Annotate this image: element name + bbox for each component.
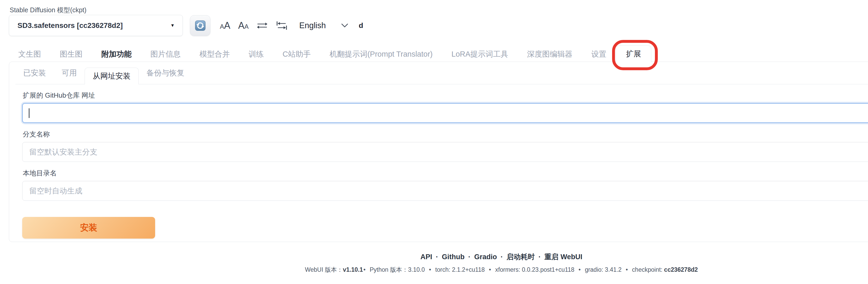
small-a-glyph: A (244, 24, 249, 30)
tab-png-info[interactable]: 图片信息 (141, 46, 190, 62)
version-segment: • (579, 266, 581, 273)
footer-link-github[interactable]: Github (442, 253, 465, 261)
font-size-increase-button[interactable]: AA (238, 21, 249, 30)
version-segment: checkpoint: (632, 266, 664, 273)
language-value: English (299, 21, 326, 30)
language-select[interactable]: English (299, 21, 348, 30)
branch-name-input[interactable] (22, 142, 868, 162)
footer-separator: · (538, 253, 541, 261)
tab-depth-editor[interactable]: 深度图编辑器 (518, 46, 582, 62)
small-a-glyph: A (220, 24, 224, 30)
large-a-glyph: A (224, 21, 230, 30)
font-size-decrease-button[interactable]: AA (220, 21, 230, 30)
footer-link-api[interactable]: API (421, 253, 432, 261)
tab-switch-icon[interactable] (276, 21, 288, 31)
tab-txt2img[interactable]: 文生图 (9, 46, 51, 62)
subtab-available[interactable]: 可用 (54, 62, 85, 84)
version-segment: • (429, 266, 431, 273)
ui-tools: AA AA (220, 21, 363, 31)
refresh-icon (195, 20, 206, 31)
footer-link-startup-profile[interactable]: 启动耗时 (506, 253, 535, 261)
tab-train[interactable]: 训练 (239, 46, 273, 62)
footer-link-reload-webui[interactable]: 重启 WebUI (545, 253, 582, 261)
version-segment: xformers: 0.0.23.post1+cu118 (495, 266, 574, 273)
tab-extensions-label: 扩展 (626, 49, 641, 59)
footer-separator: · (468, 253, 470, 261)
git-url-label: 扩展的 GitHub仓库 网址 (23, 91, 868, 100)
model-checkpoint-label: Stable Diffusion 模型(ckpt) (10, 6, 87, 14)
version-info: WebUI 版本：v1.10.1•Python 版本：3.10.0•torch:… (0, 266, 868, 274)
version-segment: v1.10.1 (343, 266, 363, 273)
version-segment: Python 版本：3.10.0 (370, 266, 425, 273)
model-checkpoint-value: SD3.safetensors [cc236278d2] (18, 22, 170, 30)
subtab-install-from-url[interactable]: 从网址安装 (85, 68, 139, 84)
hotkey-text: d (359, 22, 363, 30)
version-segment: cc236278d2 (664, 266, 698, 273)
tab-extensions[interactable]: 扩展 (616, 45, 651, 62)
version-segment: • (626, 266, 628, 273)
branch-name-label: 分支名称 (23, 130, 868, 139)
footer-link-gradio[interactable]: Gradio (474, 253, 497, 261)
install-from-url-form: 扩展的 GitHub仓库 网址 分支名称 本地目录名 安装 (9, 84, 868, 239)
webui-app: Stable Diffusion 模型(ckpt) SD3.safetensor… (0, 0, 868, 284)
footer-links: API·Github·Gradio·启动耗时·重启 WebUI (0, 252, 868, 261)
tab-extras[interactable]: 附加功能 (92, 46, 141, 62)
version-segment: WebUI 版本： (305, 266, 343, 273)
tab-prompt-translator[interactable]: 机翻提示词(Prompt Translator) (320, 46, 442, 62)
refresh-checkpoints-button[interactable] (190, 15, 211, 36)
large-a-glyph: A (238, 21, 244, 30)
version-segment: • (489, 266, 491, 273)
main-tab-bar: 文生图 图生图 附加功能 图片信息 模型合并 训练 C站助手 机翻提示词(Pro… (9, 46, 651, 62)
footer-separator: · (436, 253, 438, 261)
swap-direction-icon[interactable] (256, 21, 268, 30)
install-button[interactable]: 安装 (22, 217, 155, 239)
version-segment: gradio: 3.41.2 (585, 266, 622, 273)
tab-checkpoint-merger[interactable]: 模型合并 (190, 46, 239, 62)
top-toolbar: SD3.safetensors [cc236278d2] ▼ AA (9, 15, 363, 36)
version-segment: • (364, 266, 366, 273)
git-url-input[interactable] (22, 103, 868, 123)
tab-img2img[interactable]: 图生图 (51, 46, 92, 62)
caret-down-icon: ▼ (170, 23, 175, 28)
footer: API·Github·Gradio·启动耗时·重启 WebUI WebUI 版本… (0, 252, 868, 274)
local-dir-input[interactable] (22, 181, 868, 201)
extensions-sub-tab-bar: 已安装 可用 从网址安装 备份与恢复 (16, 62, 868, 84)
footer-separator: · (501, 253, 503, 261)
tab-civitai-helper[interactable]: C站助手 (273, 46, 320, 62)
local-dir-label: 本地目录名 (23, 169, 868, 178)
extensions-panel: 已安装 可用 从网址安装 备份与恢复 扩展的 GitHub仓库 网址 分支名称 … (9, 62, 868, 242)
chevron-down-icon (341, 23, 348, 28)
text-cursor (29, 108, 30, 118)
subtab-backup-restore[interactable]: 备份与恢复 (139, 62, 192, 84)
tab-lora-prompt-tool[interactable]: LoRA提示词工具 (442, 46, 518, 62)
model-checkpoint-select[interactable]: SD3.safetensors [cc236278d2] ▼ (9, 15, 183, 36)
subtab-installed[interactable]: 已安装 (16, 62, 54, 84)
tab-settings[interactable]: 设置 (582, 46, 616, 62)
version-segment: torch: 2.1.2+cu118 (435, 266, 485, 273)
